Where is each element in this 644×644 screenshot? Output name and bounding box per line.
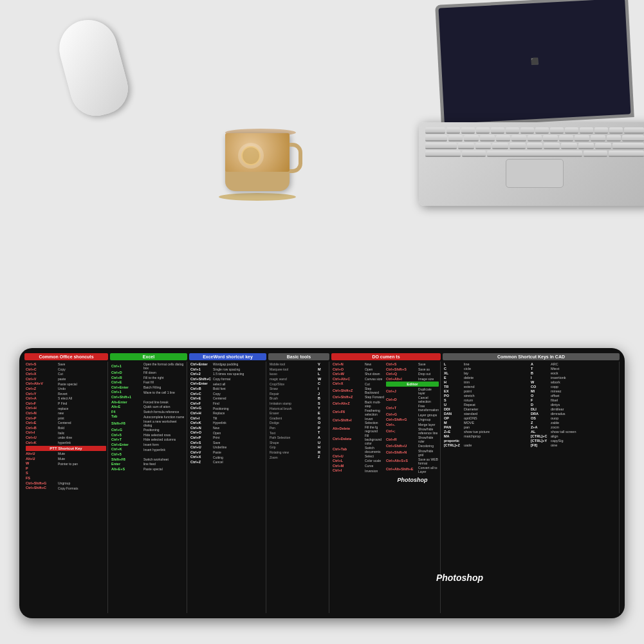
doc-header: DO cumen ts <box>331 353 441 360</box>
coffee-saucer <box>219 193 296 201</box>
basic-header: Basic tools <box>268 353 329 360</box>
office-header: Common Office shoncuts <box>24 353 108 360</box>
content-sections: Ctrl+SSave Ctrl+CCopy Ctrl+XCut Ctrl+Vpa… <box>24 362 620 613</box>
office-section: Ctrl+SSave Ctrl+CCopy Ctrl+XCut Ctrl+Vpa… <box>24 362 108 613</box>
mousepad-content: Common Office shoncuts Excel ExceWord sh… <box>24 353 620 613</box>
cad-header: Common Shortcut Keys in CAD <box>443 353 620 360</box>
excel-section: Ctrl+1Open the format cells dialog box C… <box>110 362 187 613</box>
mouse-body <box>53 14 134 122</box>
excelword-header: ExceWord shortcut key <box>189 353 266 360</box>
basic-section: Mobile toolV Marquee toolM lassoL magic … <box>268 362 329 613</box>
mousepad: Common Office shoncuts Excel ExceWord sh… <box>19 348 625 618</box>
ptt-header: PTT Shortcut Key <box>26 446 106 451</box>
desktop: ⬛ <box>0 0 644 644</box>
excelword-section: Ctrl+EnterWordgap padding Ctrl+1Single r… <box>189 362 266 613</box>
mouse-image <box>64 19 148 148</box>
editor-subheader: Editor <box>386 382 439 387</box>
laptop: ⬛ <box>400 0 644 206</box>
excel-header: Excel <box>110 353 187 360</box>
photoshop-label: Photoshop <box>386 477 439 483</box>
coffee-cup <box>225 133 290 191</box>
doc-section: Ctrl+NNew Ctrl+OOpen Ctrl+WShut down Ctr… <box>331 362 441 613</box>
section-headers: Common Office shoncuts Excel ExceWord sh… <box>24 353 620 360</box>
photoshop-watermark: Photoshop <box>436 573 483 583</box>
coffee-cup-area <box>225 129 309 212</box>
